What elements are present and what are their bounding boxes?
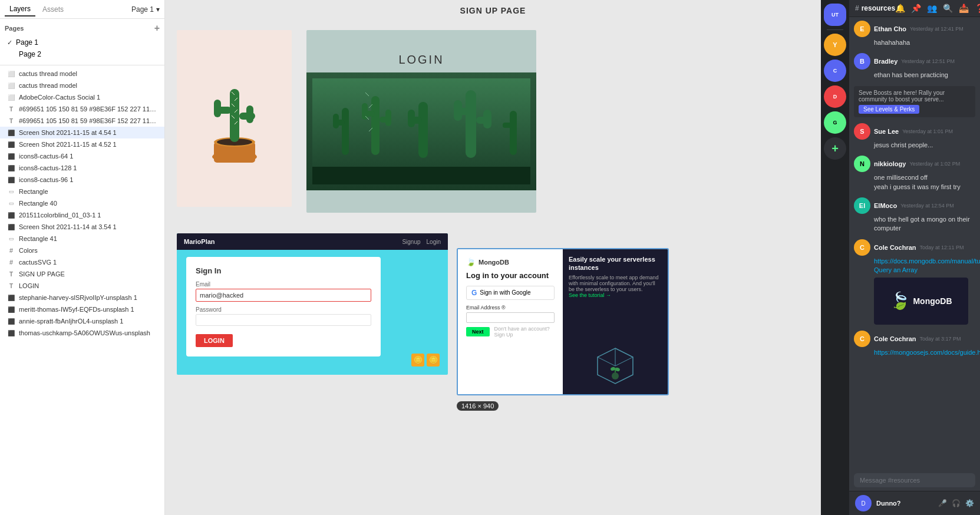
svg-rect-4	[230, 89, 239, 142]
page-indicator[interactable]: Page 1 ▾	[131, 5, 160, 14]
discord-messages-list: E Ethan Cho Yesterday at 12:41 PM hahaha…	[849, 17, 980, 470]
layer-cactus-thread-2[interactable]: ⬜ cactus thread model	[0, 80, 164, 91]
layer-screenshot-2[interactable]: ⬛ Screen Shot 2021-11-15 at 4.52 1	[0, 138, 164, 150]
layer-rectangle-41[interactable]: ▭ Rectangle 41	[0, 233, 164, 245]
pin-icon[interactable]: 📌	[911, 4, 921, 13]
layer-icons8-128[interactable]: ⬛ icons8-cactus-128 1	[0, 162, 164, 174]
layer-signup-text[interactable]: T SIGN UP PAGE	[0, 268, 164, 280]
headphone-icon[interactable]: 🎧	[952, 499, 961, 507]
mongodb-right-heading: Easily scale your serverless instances	[569, 255, 662, 272]
mic-icon[interactable]: 🎤	[938, 499, 947, 507]
msg-name-elmoco: ElMoco	[874, 202, 897, 209]
layer-stephanie[interactable]: ⬛ stephanie-harvey-slSRjvoIIpY-unsplash …	[0, 292, 164, 303]
svg-rect-27	[466, 90, 476, 158]
avatar-elmoco: El	[854, 197, 870, 214]
image-icon-5: ⬛	[7, 329, 15, 337]
page-item-1[interactable]: ✓ Page 1	[5, 37, 160, 48]
mongodb-cube-svg	[592, 345, 639, 387]
layer-screenshot-1114[interactable]: ⬛ Screen Shot 2021-11-14 at 3.54 1	[0, 221, 164, 233]
help-icon[interactable]: ❓	[975, 4, 980, 13]
add-page-button[interactable]: +	[154, 24, 160, 33]
layer-login-text[interactable]: T LOGIN	[0, 280, 164, 292]
mongoose-docs-link[interactable]: https://mongoosejs.com/docs/guide.html	[874, 349, 980, 356]
layer-colors[interactable]: # Colors	[0, 245, 164, 256]
server-icon-3[interactable]: D	[824, 85, 846, 108]
text-icon: T	[7, 117, 15, 125]
pages-section: Pages + ✓ Page 1 Page 2	[0, 19, 164, 65]
svg-rect-18	[333, 114, 339, 128]
page-item-2[interactable]: Page 2	[5, 48, 160, 60]
text-icon-2: T	[7, 270, 15, 278]
mongodb-docs-link[interactable]: https://docs.mongodb.com/manual/tutorial…	[874, 258, 980, 265]
see-levels-button[interactable]: See Levels & Perks	[859, 105, 919, 114]
server-icon-2[interactable]: C	[824, 60, 846, 82]
mongodb-email-label: Email Address ®	[466, 305, 555, 311]
sidebar-tabs: Layers Assets Page 1 ▾	[0, 0, 164, 19]
mongodb-email-input[interactable]	[466, 312, 555, 323]
google-signin-button[interactable]: G Sign in with Google	[466, 286, 555, 300]
msg-elmoco: El ElMoco Yesterday at 12:54 PM who the …	[854, 197, 975, 233]
rect-icon: ▭	[7, 235, 15, 243]
layer-cactus-thread-1[interactable]: ⬜ cactus thread model	[0, 68, 164, 80]
discord-main: # resources 🔔 📌 👥 🔍 📥 ❓ E Ethan Cho Yest…	[849, 0, 980, 515]
layer-hex-1[interactable]: T #699651 105 150 81 59 #98E36F 152 227 …	[0, 103, 164, 115]
login-button[interactable]: LOGIN	[196, 334, 233, 347]
svg-rect-29	[454, 100, 462, 121]
mongodb-next-button[interactable]: Next	[466, 327, 490, 336]
svg-rect-34	[312, 167, 530, 184]
signin-card: Sign In Email mario@hacked Password LOGI…	[186, 257, 381, 356]
cactus-field-svg	[312, 78, 530, 184]
server-icon-add[interactable]: +	[824, 137, 846, 160]
svg-rect-6	[214, 100, 221, 117]
layer-adobecolor[interactable]: ⬜ AdobeColor-Cactus Social 1	[0, 91, 164, 103]
search-icon[interactable]: 🔍	[943, 4, 953, 13]
msg-text-cole-2: https://mongoosejs.com/docs/guide.html	[874, 348, 975, 357]
inbox-icon[interactable]: 📥	[959, 4, 969, 13]
email-input-display[interactable]: mario@hacked	[196, 289, 371, 302]
message-input[interactable]	[854, 473, 975, 487]
msg-text-cole-1: https://docs.mongodb.com/manual/tutorial…	[874, 257, 975, 275]
server-icon-1[interactable]: Y	[824, 34, 846, 56]
password-input-display[interactable]	[196, 314, 371, 326]
mongodb-logo-text: MongoDB	[479, 259, 509, 266]
page-title: SIGN UP PAGE	[165, 0, 821, 18]
coin-1: 🪙	[411, 354, 424, 367]
server-icon-4[interactable]: G	[824, 111, 846, 134]
colors-grid-icon-2: #	[7, 258, 15, 266]
frame-login: LOGIN	[306, 30, 536, 213]
msg-name-cole-2: Cole Cochran	[874, 335, 916, 342]
layer-cactussvg[interactable]: # cactusSVG 1	[0, 256, 164, 268]
settings-icon[interactable]: ⚙️	[965, 499, 974, 507]
server-icon-utbootcamp[interactable]: UT	[824, 4, 846, 26]
layer-rectangle[interactable]: ▭ Rectangle	[0, 186, 164, 197]
discord-panel: UT Y C D G + # resources 🔔 📌 👥 🔍 📥 ❓	[821, 0, 980, 515]
mongodb-tutorial-link[interactable]: See the tutorial →	[569, 292, 662, 298]
layer-annie[interactable]: ⬛ annie-spratt-fbAnIjhrOL4-unsplash 1	[0, 315, 164, 327]
tab-layers[interactable]: Layers	[5, 2, 35, 16]
tab-assets[interactable]: Assets	[38, 3, 68, 16]
mongodb-right-subtext: Effortlessly scale to meet app demand wi…	[569, 275, 662, 292]
layer-rectangle-40[interactable]: ▭ Rectangle 40	[0, 197, 164, 209]
image-icon: ⬛	[7, 164, 15, 172]
layer-hex-2[interactable]: T #699651 105 150 81 59 #98E36F 152 227 …	[0, 115, 164, 127]
hash-icon: #	[855, 4, 859, 12]
layer-icons8-64[interactable]: ⬛ icons8-cactus-64 1	[0, 150, 164, 162]
frame-icon: ⬜	[7, 81, 15, 90]
layer-colorblind[interactable]: ⬛ 201511colorblind_01_03-1 1	[0, 209, 164, 221]
image-icon-4: ⬛	[7, 317, 15, 325]
msg-time-nikkiology: Yesterday at 1:02 PM	[909, 161, 960, 167]
svg-rect-31	[483, 110, 491, 128]
query-array-link[interactable]: Query an Array	[874, 266, 918, 273]
msg-time-bradley: Yesterday at 12:51 PM	[901, 58, 955, 64]
layer-thomas[interactable]: ⬛ thomas-uschkamp-5A06OWUSWus-unsplash	[0, 327, 164, 339]
frame-marioplan: MarioPlan Signup Login Sign In Email mar…	[177, 233, 448, 375]
layer-screenshot-1[interactable]: ⬛ Screen Shot 2021-11-15 at 4.54 1	[0, 127, 164, 138]
layer-meritt[interactable]: ⬛ meritt-thomas-IW5yf-EQFDs-unsplash 1	[0, 303, 164, 315]
cactus-pot-illustration	[196, 54, 273, 183]
layer-icons8-96[interactable]: ⬛ icons8-cactus-96 1	[0, 174, 164, 186]
members-icon[interactable]: 👥	[927, 4, 937, 13]
image-icon: ⬛	[7, 176, 15, 184]
bell-icon[interactable]: 🔔	[895, 4, 905, 13]
canvas-content: LOGIN	[165, 18, 821, 515]
svg-rect-33	[503, 123, 513, 128]
